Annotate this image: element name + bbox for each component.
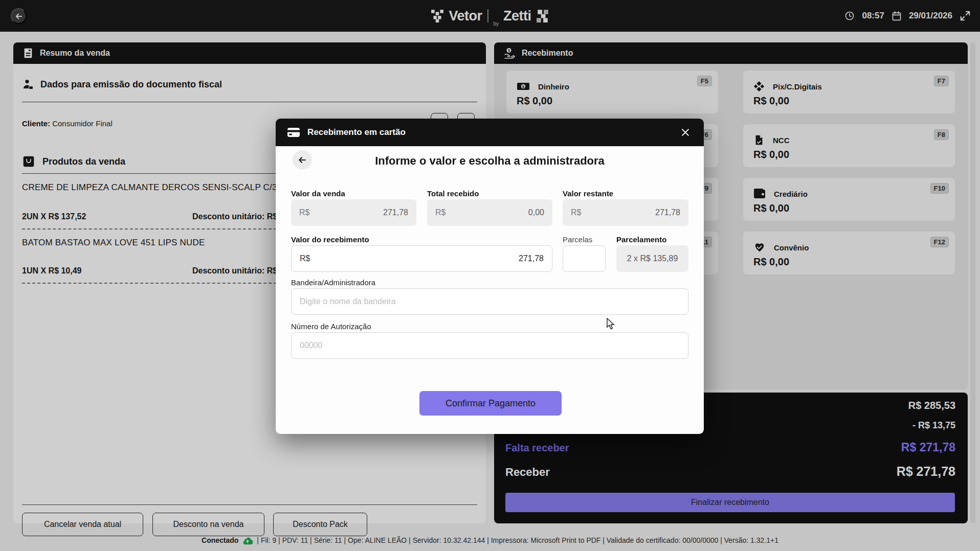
modal-header: Recebimento em cartão bbox=[276, 119, 704, 146]
autorizacao-field bbox=[291, 332, 688, 359]
valor-restante-field: R$ 271,78 bbox=[563, 199, 688, 226]
credit-card-icon bbox=[287, 127, 300, 137]
valor-recebimento-input[interactable] bbox=[310, 254, 544, 263]
currency-prefix: R$ bbox=[435, 208, 446, 217]
close-icon[interactable] bbox=[679, 126, 692, 139]
autorizacao-label: Número de Autorização bbox=[291, 322, 371, 331]
total-recebido-field: R$ 0,00 bbox=[427, 199, 552, 226]
bandeira-field bbox=[291, 288, 688, 315]
modal-title: Recebimento em cartão bbox=[307, 127, 406, 137]
total-recebido-label: Total recebido bbox=[427, 189, 479, 198]
parcelamento-label: Parcelamento bbox=[616, 235, 666, 244]
valor-venda-field: R$ 271,78 bbox=[291, 199, 416, 226]
valor-recebimento-field: R$ bbox=[291, 245, 552, 272]
bandeira-input[interactable] bbox=[300, 297, 680, 306]
total-recebido-value: 0,00 bbox=[528, 208, 544, 217]
currency-prefix: R$ bbox=[299, 208, 309, 217]
parcelamento-field: 2 x R$ 135,89 bbox=[616, 245, 688, 272]
modal-subtitle: Informe o valor e escolha a administrado… bbox=[276, 154, 704, 168]
valor-venda-value: 271,78 bbox=[383, 208, 408, 217]
valor-recebimento-label: Valor do recebimento bbox=[291, 235, 369, 244]
confirm-payment-button[interactable]: Confirmar Pagamento bbox=[419, 391, 562, 416]
currency-prefix: R$ bbox=[300, 254, 310, 263]
valor-restante-value: 271,78 bbox=[655, 208, 680, 217]
parcelas-field bbox=[563, 245, 606, 272]
card-payment-modal: Recebimento em cartão Informe o valor e … bbox=[276, 119, 704, 434]
autorizacao-input[interactable] bbox=[300, 341, 680, 350]
currency-prefix: R$ bbox=[571, 208, 581, 217]
parcelas-label: Parcelas bbox=[563, 235, 592, 244]
parcelamento-value: 2 x R$ 135,89 bbox=[627, 254, 678, 263]
mouse-cursor bbox=[606, 318, 617, 330]
valor-venda-label: Valor da venda bbox=[291, 189, 345, 198]
valor-restante-label: Valor restante bbox=[563, 189, 613, 198]
bandeira-label: Bandeira/Administradora bbox=[291, 278, 375, 287]
